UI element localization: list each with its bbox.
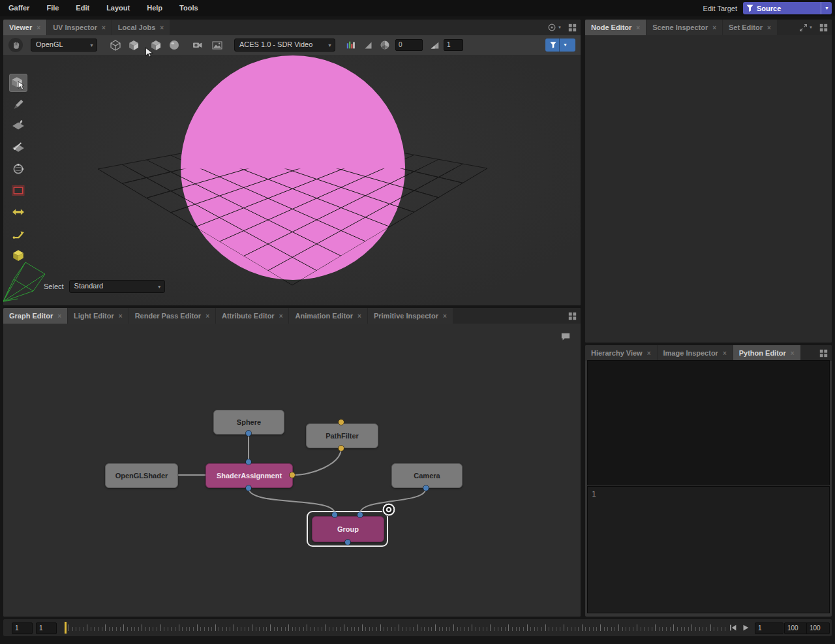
tab-scene-inspector[interactable]: Scene Inspector	[646, 20, 722, 35]
close-icon[interactable]	[57, 313, 61, 320]
menu-help[interactable]: Help	[138, 0, 171, 16]
tab-image-inspector[interactable]: Image Inspector	[658, 345, 733, 361]
selection-tool-button[interactable]	[9, 74, 27, 92]
skip-to-start-button[interactable]	[729, 623, 738, 632]
play-button[interactable]	[741, 623, 750, 632]
tab-uv-inspector[interactable]: UV Inspector	[47, 20, 112, 35]
layout-grid-icon[interactable]	[568, 312, 577, 320]
tab-python-editor[interactable]: Python Editor	[733, 345, 800, 361]
tab-graph-editor[interactable]: Graph Editor	[3, 308, 67, 324]
color-wheel-icon[interactable]	[378, 38, 391, 52]
camera-gizmo	[3, 262, 45, 301]
viewer-panel: Viewer UV Inspector Local Jobs ▼ OpenGL …	[3, 20, 581, 305]
wireframe-shading-icon[interactable]	[127, 38, 140, 52]
frame-ruler[interactable]	[68, 621, 729, 634]
close-icon[interactable]	[102, 24, 106, 31]
line-number: 1	[592, 490, 596, 498]
sphere-object[interactable]	[181, 55, 405, 280]
node-camera[interactable]: Camera	[391, 463, 463, 488]
funnel-icon	[746, 4, 754, 12]
close-icon[interactable]	[767, 24, 771, 31]
close-icon[interactable]	[723, 350, 727, 357]
tab-light-editor[interactable]: Light Editor	[68, 308, 129, 324]
select-mode-dropdown[interactable]: Standard	[69, 280, 165, 293]
layout-grid-icon[interactable]	[819, 23, 828, 32]
tangent-edit-tool-button[interactable]	[9, 138, 27, 157]
close-icon[interactable]	[37, 24, 40, 31]
tab-animation-editor[interactable]: Animation Editor	[289, 308, 367, 324]
close-icon[interactable]	[791, 350, 795, 357]
edit-tool-button[interactable]	[9, 95, 27, 114]
python-tabbar: Hierarchy View Image Inspector Python Ed…	[585, 345, 832, 361]
current-frame-field[interactable]: 1	[755, 622, 783, 634]
viewport-3d[interactable]: Select Standard	[3, 55, 581, 305]
close-icon[interactable]	[160, 24, 164, 31]
close-icon[interactable]	[279, 313, 283, 320]
chevron-down-icon: ▼	[558, 25, 562, 29]
tab-node-editor[interactable]: Node Editor	[585, 20, 646, 35]
crop-window-tool-button[interactable]	[9, 181, 27, 200]
tab-primitive-inspector[interactable]: Primitive Inspector	[368, 308, 453, 324]
menu-layout[interactable]: Layout	[98, 0, 138, 16]
target-icon	[547, 23, 556, 32]
python-output-area[interactable]	[587, 360, 830, 485]
light-rotate-tool-button[interactable]	[9, 224, 27, 243]
end-frame-field[interactable]: 100	[806, 622, 830, 634]
playhead[interactable]	[65, 622, 67, 634]
close-icon[interactable]	[119, 313, 123, 320]
tab-attribute-editor[interactable]: Attribute Editor	[216, 308, 289, 324]
camera-settings-menu[interactable]: ▼	[547, 23, 562, 32]
node-sphere[interactable]: Sphere	[213, 410, 284, 435]
tab-viewer[interactable]: Viewer	[3, 20, 46, 35]
node-openglshader[interactable]: OpenGLShader	[105, 463, 178, 488]
select-label: Select	[44, 283, 64, 290]
inspect-filter-button[interactable]: ▼	[545, 38, 575, 52]
close-icon[interactable]	[205, 313, 209, 320]
image-grade-icon[interactable]	[211, 38, 224, 52]
display-transform-dropdown[interactable]: ACES 1.0 - SDR Video	[234, 38, 335, 52]
tab-set-editor[interactable]: Set Editor	[723, 20, 777, 35]
gamma-ramp-icon[interactable]	[428, 38, 441, 52]
menu-edit[interactable]: Edit	[67, 0, 98, 16]
close-icon[interactable]	[357, 313, 361, 320]
renderer-dropdown[interactable]: OpenGL	[31, 38, 97, 52]
close-icon[interactable]	[443, 313, 447, 320]
menu-file[interactable]: File	[38, 0, 67, 16]
node-graph-canvas[interactable]: Sphere PathFilter OpenGLShader ShaderAss…	[3, 324, 581, 617]
rotate-tool-button[interactable]	[9, 160, 27, 178]
in-frame-field[interactable]: 1	[36, 622, 57, 634]
menu-tools[interactable]: Tools	[171, 0, 207, 16]
tab-hierarchy-view[interactable]: Hierarchy View	[585, 345, 657, 361]
clipping-icon[interactable]	[361, 38, 374, 52]
python-input-area[interactable]: 1	[587, 486, 830, 613]
camera-icon[interactable]	[191, 38, 204, 52]
graph-editor-panel: Graph Editor Light Editor Render Pass Ed…	[3, 308, 581, 617]
annotation-bubble-icon[interactable]	[560, 331, 571, 345]
close-icon[interactable]	[647, 350, 651, 357]
gamma-field[interactable]: 1	[444, 39, 463, 51]
node-pathfilter[interactable]: PathFilter	[306, 423, 378, 448]
transform-tool-button[interactable]	[9, 117, 27, 135]
solid-shading-icon[interactable]	[109, 38, 122, 52]
close-icon[interactable]	[636, 24, 640, 31]
node-group[interactable]: Group	[312, 516, 384, 542]
expansion-sphere-icon[interactable]	[168, 38, 181, 52]
menu-gaffer[interactable]: Gaffer	[0, 0, 38, 16]
tab-local-jobs[interactable]: Local Jobs	[112, 20, 170, 35]
mouse-cursor	[145, 47, 154, 59]
close-icon[interactable]	[712, 24, 716, 31]
layout-grid-icon[interactable]	[568, 23, 577, 32]
start-frame-field[interactable]: 1	[12, 622, 33, 634]
out-frame-field[interactable]: 100	[784, 622, 808, 634]
node-shaderassignment[interactable]: ShaderAssignment	[205, 463, 293, 488]
detach-panel-control[interactable]: ▼	[799, 23, 813, 32]
histogram-icon[interactable]	[344, 38, 357, 52]
edit-target-source-button[interactable]: Source ▼	[743, 2, 832, 14]
chevron-down-icon: ▼	[809, 25, 813, 29]
visualiser-tool-button[interactable]	[9, 246, 27, 264]
tab-render-pass-editor[interactable]: Render Pass Editor	[129, 308, 215, 324]
exposure-field[interactable]: 0	[395, 39, 423, 51]
layout-grid-icon[interactable]	[819, 349, 828, 358]
light-translate-tool-button[interactable]	[9, 203, 27, 221]
pan-icon[interactable]	[8, 38, 23, 52]
